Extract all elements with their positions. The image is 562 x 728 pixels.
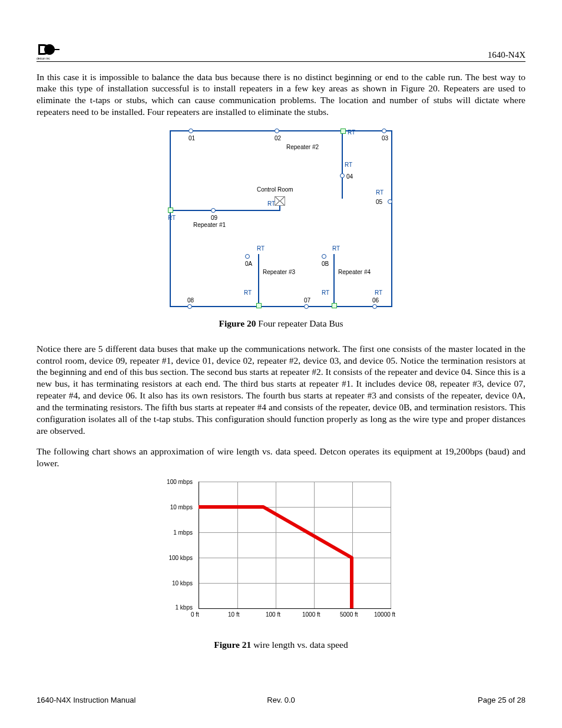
node-09-label: 09 — [211, 215, 217, 221]
footer-title: 1640-N4X Instruction Manual — [37, 696, 200, 704]
paragraph-2: Notice there are 5 different data buses … — [37, 343, 525, 437]
node-09 — [211, 208, 216, 213]
company-logo: detcon inc — [37, 42, 61, 60]
document-page: detcon inc 1640-N4X In this case it is i… — [0, 0, 562, 728]
rt-label: RT — [375, 289, 382, 296]
figure-20-caption: Figure 20 Four repeater Data Bus — [37, 318, 525, 329]
node-04 — [340, 173, 345, 178]
doc-id-label: 1640-N4X — [488, 50, 525, 60]
figure-21-chart: 100 mbps 10 mbps 1 mbps 100 kbps 10 kbps… — [157, 479, 405, 635]
control-room-label: Control Room — [257, 186, 293, 193]
rt-label: RT — [244, 289, 252, 296]
control-room-master — [275, 196, 285, 206]
bus-outer-frame — [170, 130, 392, 307]
footer-revision: Rev. 0.0 — [200, 696, 363, 704]
bus-segment — [342, 131, 343, 199]
node-08-label: 08 — [187, 297, 194, 304]
y-tick-label: 100 mbps — [157, 479, 193, 485]
rt-label: RT — [267, 200, 275, 207]
rt-label: RT — [376, 189, 384, 196]
node-04-label: 04 — [346, 173, 353, 180]
node-01-label: 01 — [189, 135, 195, 141]
repeater-4 — [332, 303, 337, 308]
y-tick-label: 10 mbps — [157, 504, 193, 510]
repeater-1 — [168, 207, 173, 213]
x-tick-label: 0 ft — [191, 611, 199, 618]
x-tick-label: 1000 ft — [302, 611, 320, 618]
rt-label: RT — [332, 245, 340, 252]
node-02-label: 02 — [275, 135, 281, 141]
node-03 — [382, 129, 386, 133]
repeater-3-label: Repeater #3 — [263, 269, 295, 275]
rt-label: RT — [345, 162, 352, 168]
node-01 — [189, 129, 193, 133]
node-05-label: 05 — [376, 199, 382, 205]
figure-20-diagram: Control Room 01 02 RT Repeater #2 03 RT … — [170, 127, 392, 310]
chart-series-line — [199, 482, 391, 608]
rt-label: RT — [348, 129, 355, 136]
y-tick-label: 100 kbps — [157, 555, 193, 561]
repeater-1-label: Repeater #1 — [193, 222, 226, 228]
repeater-3 — [256, 303, 262, 308]
figure-20-number: Figure 20 — [219, 318, 256, 328]
node-03-label: 03 — [382, 135, 388, 141]
node-0a — [245, 254, 250, 259]
node-07 — [304, 304, 309, 309]
y-tick-label: 10 kbps — [157, 580, 193, 587]
paragraph-3: The following chart shows an approximati… — [37, 446, 525, 469]
chart-gridline — [391, 482, 391, 608]
node-08 — [187, 304, 192, 309]
footer-page: Page 25 of 28 — [362, 696, 525, 704]
node-07-label: 07 — [304, 297, 310, 304]
y-tick-label: 1 mbps — [157, 529, 193, 536]
x-tick-label: 10000 ft — [374, 611, 395, 618]
figure-21-text: wire length vs. data speed — [251, 640, 348, 650]
bus-segment — [333, 254, 335, 306]
node-0a-label: 0A — [245, 261, 252, 267]
page-footer: 1640-N4X Instruction Manual Rev. 0.0 Pag… — [37, 696, 525, 704]
x-tick-label: 100 ft — [266, 611, 280, 618]
node-06-label: 06 — [372, 297, 379, 304]
figure-20-text: Four repeater Data Bus — [256, 318, 343, 328]
bus-segment — [258, 254, 259, 306]
page-header: detcon inc 1640-N4X — [37, 42, 525, 62]
repeater-2 — [340, 129, 346, 134]
node-0b-label: 0B — [322, 261, 329, 267]
repeater-4-label: Repeater #4 — [338, 269, 371, 275]
node-02 — [275, 129, 279, 133]
figure-21-caption: Figure 21 wire length vs. data speed — [37, 640, 525, 650]
rt-label: RT — [322, 289, 329, 296]
rt-label: RT — [257, 245, 265, 252]
figure-21-wrapper: 100 mbps 10 mbps 1 mbps 100 kbps 10 kbps… — [37, 479, 525, 635]
x-tick-label: 5000 ft — [340, 611, 358, 618]
figure-21-number: Figure 21 — [214, 640, 251, 650]
repeater-2-label: Repeater #2 — [286, 144, 319, 150]
node-05 — [388, 199, 392, 204]
y-tick-label: 1 kbps — [157, 604, 193, 611]
rt-label: RT — [168, 215, 176, 221]
svg-text:detcon inc: detcon inc — [37, 57, 50, 60]
figure-20-wrapper: Control Room 01 02 RT Repeater #2 03 RT … — [37, 127, 525, 310]
node-0b — [322, 254, 326, 259]
node-06 — [372, 304, 377, 309]
paragraph-1: In this case it is impossible to balance… — [37, 71, 525, 118]
bus-segment — [170, 210, 280, 211]
x-tick-label: 10 ft — [228, 611, 239, 618]
